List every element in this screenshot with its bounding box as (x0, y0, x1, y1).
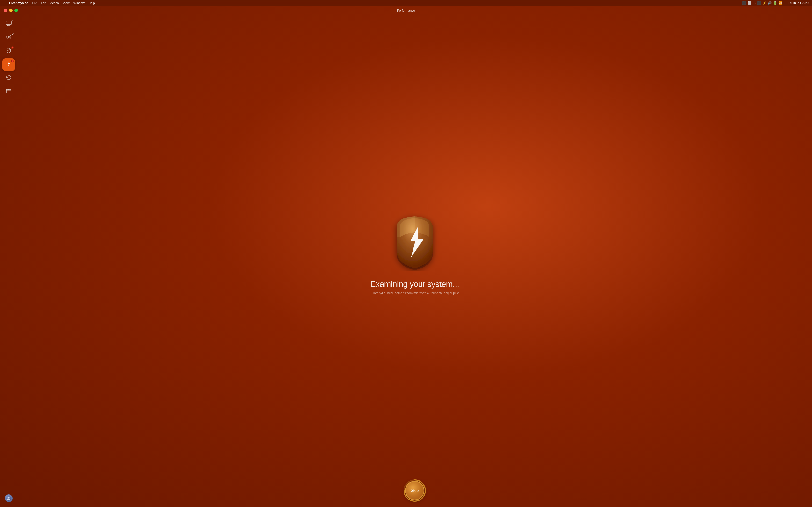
svg-rect-6 (6, 90, 11, 93)
sidebar-item-files[interactable] (2, 86, 15, 98)
menu-file[interactable]: File (32, 1, 37, 5)
menu-help[interactable]: Help (89, 1, 95, 5)
sidebar: ✓ ✓ (0, 15, 17, 211)
sidebar-item-performance[interactable] (2, 58, 15, 71)
minimize-button[interactable] (9, 9, 12, 12)
titlebar: Performance (0, 6, 338, 15)
menubar:  CleanMyMac File Edit Action View Windo… (0, 0, 338, 6)
updater-icon (5, 74, 12, 82)
menu-window[interactable]: Window (73, 1, 85, 5)
app-window: Performance ✓ ✓ (0, 6, 338, 211)
menu-edit[interactable]: Edit (41, 1, 46, 5)
content-area: ✓ ✓ (0, 15, 338, 211)
smart-scan-icon (5, 20, 12, 28)
main-content: Examining your system... /Library/Launch… (17, 15, 338, 211)
app-name[interactable]: CleanMyMac (9, 1, 28, 5)
privacy-icon (5, 47, 12, 55)
sidebar-item-updater[interactable] (2, 72, 15, 84)
sidebar-item-smart-scan[interactable]: ✓ (2, 18, 15, 31)
sidebar-item-privacy[interactable] (2, 45, 15, 57)
sidebar-item-junk[interactable]: ✓ (2, 32, 15, 44)
performance-badge (11, 60, 13, 62)
svg-rect-0 (6, 21, 11, 24)
menu-view[interactable]: View (63, 1, 69, 5)
apple-menu[interactable]:  (3, 1, 4, 5)
performance-icon (6, 61, 12, 68)
files-icon (5, 88, 12, 96)
checkmark-icon: ✓ (12, 19, 14, 22)
menubar-left:  CleanMyMac File Edit Action View Windo… (3, 1, 95, 5)
close-button[interactable] (4, 9, 7, 12)
checkmark-icon-2: ✓ (12, 32, 14, 36)
window-controls (4, 9, 18, 12)
junk-icon (5, 34, 12, 42)
svg-point-5 (8, 36, 10, 38)
maximize-button[interactable] (14, 9, 18, 12)
menu-action[interactable]: Action (50, 1, 59, 5)
